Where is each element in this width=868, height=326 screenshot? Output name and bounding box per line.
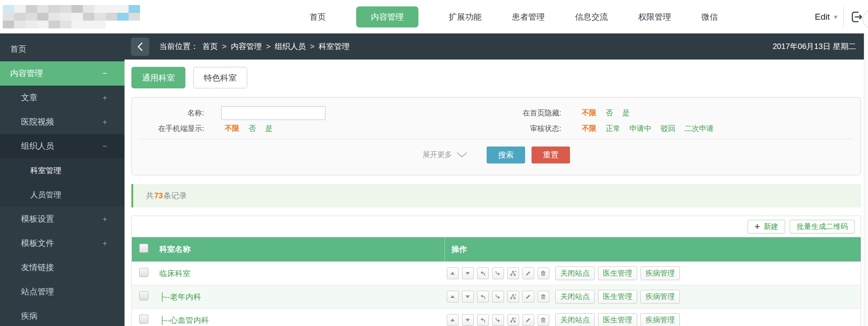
action-move-up-button[interactable] <box>447 314 459 326</box>
row-action-疾病管理-button[interactable]: 疾病管理 <box>640 290 680 304</box>
new-button[interactable]: + 新建 <box>748 220 785 234</box>
filter-option-正常[interactable]: 正常 <box>606 124 620 134</box>
row-action-疾病管理-button[interactable]: 疾病管理 <box>640 313 680 326</box>
row-checkbox[interactable] <box>139 268 148 277</box>
top-nav-item-权限管理[interactable]: 权限管理 <box>638 11 671 22</box>
action-move-up-button[interactable] <box>447 291 459 303</box>
sidebar-item-label: 首页 <box>10 37 27 61</box>
action-move-to-top-button[interactable] <box>477 314 489 326</box>
sidebar-item-科室管理[interactable]: 科室管理 <box>0 158 125 183</box>
current-date: 2017年06月13日 星期二 <box>773 41 862 52</box>
top-nav-item-信息交流[interactable]: 信息交流 <box>575 11 608 22</box>
action-move-to-top-button[interactable] <box>477 291 489 303</box>
batch-qr-button[interactable]: 批量生成二维码 <box>790 220 855 234</box>
row-action-关闭站点-button[interactable]: 关闭站点 <box>555 266 595 280</box>
expand-plus-icon: + <box>103 231 107 255</box>
row-checkbox[interactable] <box>139 315 148 324</box>
top-right-controls: Edit ▾ <box>815 0 863 33</box>
reset-button[interactable]: 重置 <box>532 147 570 163</box>
tab-通用科室[interactable]: 通用科室 <box>131 67 185 88</box>
move-to-top-icon <box>480 293 486 300</box>
sidebar-item-疾病[interactable]: 疾病 <box>0 304 125 326</box>
filter-option-是[interactable]: 是 <box>265 124 272 134</box>
filter-option-二次申请[interactable]: 二次申请 <box>684 124 714 134</box>
filter-option-申请中[interactable]: 申请中 <box>629 124 651 134</box>
sidebar-item-模板设置[interactable]: 模板设置+ <box>0 207 125 231</box>
sidebar-item-友情链接[interactable]: 友情链接 <box>0 255 125 280</box>
dept-name-link[interactable]: 临床科室 <box>159 269 190 278</box>
sidebar-item-站点管理[interactable]: 站点管理 <box>0 280 125 304</box>
action-move-to-bottom-button[interactable] <box>492 267 504 279</box>
sidebar-item-label: 疾病 <box>21 304 38 326</box>
row-action-医生管理-button[interactable]: 医生管理 <box>598 266 637 280</box>
dept-name-link[interactable]: ├--老年内科 <box>159 293 201 301</box>
sidebar-item-医院视频[interactable]: 医院视频+ <box>0 110 125 134</box>
sidebar-item-人员管理[interactable]: 人员管理 <box>0 183 125 207</box>
breadcrumb-link-内容管理[interactable]: 内容管理 <box>231 41 262 52</box>
top-nav-item-扩展功能[interactable]: 扩展功能 <box>449 11 482 22</box>
top-nav-item-患者管理[interactable]: 患者管理 <box>512 11 545 22</box>
filter-option-不限[interactable]: 不限 <box>225 124 239 134</box>
expand-more-toggle[interactable]: 展开更多 <box>423 150 467 160</box>
row-action-疾病管理-button[interactable]: 疾病管理 <box>640 266 680 280</box>
action-move-down-button[interactable] <box>462 291 474 303</box>
filter-option-否[interactable]: 否 <box>606 109 613 118</box>
delete-icon <box>540 270 547 277</box>
row-action-医生管理-button[interactable]: 医生管理 <box>598 290 637 304</box>
sidebar-item-模板文件[interactable]: 模板文件+ <box>0 231 125 255</box>
back-button[interactable] <box>131 38 149 56</box>
action-add-sub-department-button[interactable] <box>507 267 519 279</box>
top-nav-item-微信[interactable]: 微信 <box>701 11 718 22</box>
breadcrumb-link-首页[interactable]: 首页 <box>202 41 218 52</box>
row-action-关闭站点-button[interactable]: 关闭站点 <box>555 290 595 304</box>
row-checkbox[interactable] <box>139 291 148 300</box>
filter-option-驳回[interactable]: 驳回 <box>661 124 675 134</box>
search-button[interactable]: 搜索 <box>487 147 525 163</box>
filter-option-不限[interactable]: 不限 <box>582 109 597 118</box>
top-nav-item-首页[interactable]: 首页 <box>309 11 326 22</box>
table-header-row: 科室名称 操作 <box>132 237 861 261</box>
filter-option-否[interactable]: 否 <box>249 124 256 134</box>
action-edit-button[interactable] <box>522 291 534 303</box>
sidebar-item-首页[interactable]: 首页 <box>0 37 125 61</box>
action-move-down-button[interactable] <box>462 314 474 326</box>
action-delete-button[interactable] <box>537 267 549 279</box>
edit-menu[interactable]: Edit ▾ <box>815 12 837 22</box>
tab-特色科室[interactable]: 特色科室 <box>193 67 247 88</box>
sidebar-item-内容管理[interactable]: 内容管理− <box>0 61 125 86</box>
action-move-to-top-button[interactable] <box>477 267 489 279</box>
action-move-down-button[interactable] <box>462 267 474 279</box>
top-nav-item-内容管理[interactable]: 内容管理 <box>356 6 418 27</box>
filter-option-是[interactable]: 是 <box>622 109 629 118</box>
breadcrumb-prefix: 当前位置： <box>159 41 198 52</box>
sidebar-item-文章[interactable]: 文章+ <box>0 86 125 110</box>
breadcrumb-link-科室管理[interactable]: 科室管理 <box>319 41 350 52</box>
logout-icon[interactable] <box>850 10 863 24</box>
delete-icon <box>540 317 547 323</box>
select-all-checkbox[interactable] <box>139 244 148 253</box>
action-add-sub-department-button[interactable] <box>507 314 519 326</box>
dept-name-link[interactable]: ├--心血管内科 <box>159 316 209 325</box>
chevron-down-icon: ▾ <box>834 13 837 21</box>
dept-table: + 新建 批量生成二维码 科室名称 操作 临床科室关闭站点医生管理疾病管理├--… <box>131 216 861 326</box>
row-action-医生管理-button[interactable]: 医生管理 <box>598 313 637 326</box>
sidebar-item-组织人员[interactable]: 组织人员− <box>0 134 125 158</box>
scrollbar-track[interactable] <box>864 33 868 326</box>
column-header-dept-name: 科室名称 <box>159 244 445 255</box>
breadcrumb-bar: 当前位置： 首页>内容管理>组织人员>科室管理 2017年06月13日 星期二 <box>125 33 868 60</box>
move-to-bottom-icon <box>495 293 501 300</box>
action-delete-button[interactable] <box>537 291 549 303</box>
action-add-sub-department-button[interactable] <box>507 291 519 303</box>
action-edit-button[interactable] <box>522 267 534 279</box>
filter-option-不限[interactable]: 不限 <box>582 124 597 134</box>
breadcrumb-link-组织人员[interactable]: 组织人员 <box>275 41 306 52</box>
row-action-关闭站点-button[interactable]: 关闭站点 <box>555 313 595 326</box>
action-move-to-bottom-button[interactable] <box>492 314 504 326</box>
action-move-up-button[interactable] <box>447 267 459 279</box>
name-filter-input[interactable] <box>221 106 326 120</box>
body-row: 首页内容管理−文章+医院视频+组织人员−科室管理人员管理模板设置+模板文件+友情… <box>0 33 868 326</box>
action-edit-button[interactable] <box>522 314 534 326</box>
action-move-to-bottom-button[interactable] <box>492 291 504 303</box>
add-sub-department-icon <box>510 293 516 300</box>
action-delete-button[interactable] <box>537 314 549 326</box>
